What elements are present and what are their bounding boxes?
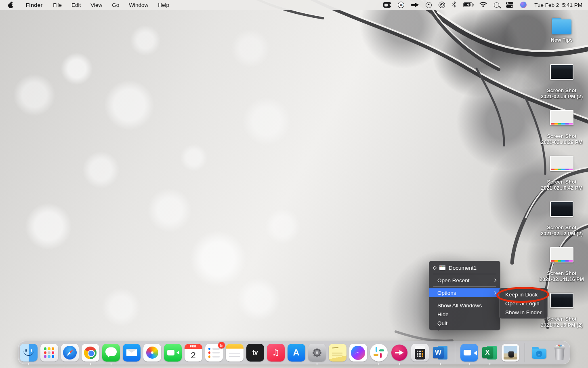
control-center-icon[interactable] bbox=[506, 2, 513, 8]
menu-item-label: Keep in Dock bbox=[505, 292, 538, 298]
word-letter: W bbox=[433, 347, 444, 358]
mail-envelope-icon bbox=[123, 344, 141, 362]
desktop-icon-label: Screen Shot2021-02...0.29 PM bbox=[537, 133, 586, 146]
menu-item-label: Document1 bbox=[449, 265, 477, 271]
battery-charging-icon[interactable] bbox=[463, 2, 472, 7]
dock-icon-stickies[interactable] bbox=[329, 344, 346, 362]
dock-icon-launchpad[interactable] bbox=[40, 344, 58, 362]
dock-icon-calendar[interactable]: FEB 2 bbox=[185, 344, 202, 362]
dock-icon-skitch[interactable] bbox=[391, 344, 408, 362]
menu-item-show-all-windows[interactable]: Show All Windows bbox=[429, 301, 500, 310]
menu-file[interactable]: File bbox=[48, 0, 67, 10]
menu-item-label: Options bbox=[437, 290, 456, 296]
menu-item-open-recent[interactable]: Open Recent bbox=[429, 276, 500, 285]
dock-icon-calculator[interactable] bbox=[411, 344, 429, 362]
bluetooth-icon[interactable] bbox=[452, 1, 456, 9]
desktop-icon-label: Screen Shot2021-02...0.42 PM bbox=[537, 179, 586, 191]
photo-inkwell-icon bbox=[502, 344, 519, 362]
dock-icon-system-preferences[interactable] bbox=[308, 344, 326, 362]
menu-bar: Finder File Edit View Go Window Help ∞ T bbox=[0, 0, 588, 10]
spotlight-icon[interactable] bbox=[494, 2, 499, 8]
menu-item-options[interactable]: Options bbox=[429, 288, 500, 297]
dock-icon-chrome[interactable] bbox=[82, 344, 99, 362]
menu-bar-left: Finder File Edit View Go Window Help bbox=[0, 0, 174, 10]
screenshot-thumbnail bbox=[550, 64, 573, 80]
menu-help[interactable]: Help bbox=[153, 0, 174, 10]
submenu-item-keep-in-dock[interactable]: Keep in Dock bbox=[500, 290, 547, 299]
menu-item-label: Open at Login bbox=[505, 300, 540, 307]
menu-window[interactable]: Window bbox=[124, 0, 153, 10]
download-arrow-icon bbox=[536, 351, 542, 357]
menu-app-finder[interactable]: Finder bbox=[20, 0, 48, 10]
menu-item-quit[interactable]: Quit bbox=[429, 319, 500, 328]
wifi-icon[interactable] bbox=[479, 2, 487, 8]
dock-icon-mail[interactable] bbox=[123, 344, 141, 362]
zoom-status-icon[interactable] bbox=[383, 2, 391, 8]
menu-item-label: Hide bbox=[437, 311, 449, 317]
dock-icon-facetime[interactable] bbox=[164, 344, 182, 362]
excel-letter: X bbox=[482, 347, 493, 358]
menu-item-document1[interactable]: Document1 bbox=[429, 263, 500, 272]
dock-icon-trash[interactable] bbox=[551, 344, 569, 362]
dock-icon-messenger[interactable] bbox=[349, 344, 367, 362]
dock-context-menu: Document1 Open Recent Options Show All W… bbox=[429, 261, 500, 330]
chrome-icon bbox=[82, 344, 99, 362]
safari-compass-icon bbox=[61, 344, 79, 362]
apple-menu-icon[interactable] bbox=[8, 2, 14, 8]
menu-view[interactable]: View bbox=[86, 0, 107, 10]
gear-ring bbox=[313, 349, 321, 356]
desktop-icon-screenshot-3[interactable]: Screen Shot2021-02...0.42 PM bbox=[537, 156, 586, 191]
dock-icon-excel[interactable]: X bbox=[481, 344, 499, 362]
dock-icon-photos[interactable] bbox=[143, 344, 161, 362]
skitch-arrow-icon bbox=[391, 344, 408, 362]
dock-icon-messages[interactable] bbox=[102, 344, 120, 362]
menu-edit[interactable]: Edit bbox=[67, 0, 86, 10]
launchpad-icon bbox=[40, 344, 58, 362]
desktop-icon-label: New Tips bbox=[537, 37, 586, 43]
reminders-lines bbox=[208, 348, 220, 357]
dock-icon-zoom[interactable] bbox=[460, 344, 478, 362]
calendar-day: 2 bbox=[185, 349, 202, 362]
submenu-item-show-in-finder[interactable]: Show in Finder bbox=[500, 308, 547, 317]
dock-icon-reminders[interactable]: 5 bbox=[205, 344, 223, 362]
dock-icon-apple-tv[interactable]: tv bbox=[246, 344, 264, 362]
submenu-item-open-at-login[interactable]: Open at Login bbox=[500, 299, 547, 308]
play-status-icon[interactable] bbox=[426, 2, 432, 8]
trash-full-icon bbox=[551, 344, 569, 362]
creative-cloud-icon[interactable]: ∞ bbox=[398, 2, 404, 8]
menu-item-label: Show in Finder bbox=[505, 309, 542, 315]
desktop-icon-screenshot-1[interactable]: Screen Shot2021-02...9 PM (2) bbox=[537, 64, 586, 100]
dock-icon-notes[interactable] bbox=[226, 344, 244, 362]
folder-icon bbox=[551, 18, 573, 34]
desktop-icon-new-tips-folder[interactable]: New Tips bbox=[537, 18, 586, 43]
dock-icon-slack[interactable] bbox=[370, 344, 388, 362]
screenshot-thumbnail bbox=[550, 110, 573, 125]
calendar-icon: FEB 2 bbox=[185, 344, 202, 362]
dock-icon-recent-document[interactable] bbox=[502, 344, 519, 362]
dock-icon-music[interactable] bbox=[267, 344, 285, 362]
hotspot-icon[interactable] bbox=[439, 2, 445, 8]
launchpad-grid bbox=[44, 347, 55, 358]
menu-bar-clock[interactable]: Tue Feb 2 5:41 PM bbox=[533, 2, 582, 8]
desktop-icon-screenshot-5[interactable]: Screen Shot2021-02...41.16 PM bbox=[537, 247, 586, 283]
desktop-icon-screenshot-4[interactable]: Screen Shot2021-02...2 PM (2) bbox=[537, 201, 586, 237]
skitch-arrow-icon[interactable] bbox=[411, 2, 419, 7]
menu-go[interactable]: Go bbox=[107, 0, 124, 10]
menu-separator bbox=[433, 286, 496, 287]
calendar-month: FEB bbox=[185, 344, 202, 349]
dock-icon-downloads[interactable] bbox=[530, 344, 548, 362]
dock-icon-finder[interactable] bbox=[20, 344, 38, 362]
menu-item-hide[interactable]: Hide bbox=[429, 310, 500, 319]
desktop-icon-screenshot-2[interactable]: Screen Shot2021-02...0.29 PM bbox=[537, 110, 586, 146]
dock-icon-word[interactable]: W bbox=[432, 344, 449, 362]
desktop-icon-label: Screen Shot2021-02...41.16 PM bbox=[537, 271, 586, 283]
messages-bubble-icon bbox=[102, 344, 120, 362]
siri-icon[interactable] bbox=[520, 2, 527, 8]
menu-item-label: Quit bbox=[437, 320, 447, 326]
dock-icon-safari[interactable] bbox=[61, 344, 79, 362]
menu-separator bbox=[433, 299, 496, 299]
gear-icon bbox=[308, 344, 326, 362]
desktop-icon-label: Screen Shot2021-02...9 PM (2) bbox=[537, 88, 586, 100]
dock-icon-app-store[interactable]: A bbox=[288, 344, 305, 362]
stickies-note-icon bbox=[329, 344, 346, 362]
